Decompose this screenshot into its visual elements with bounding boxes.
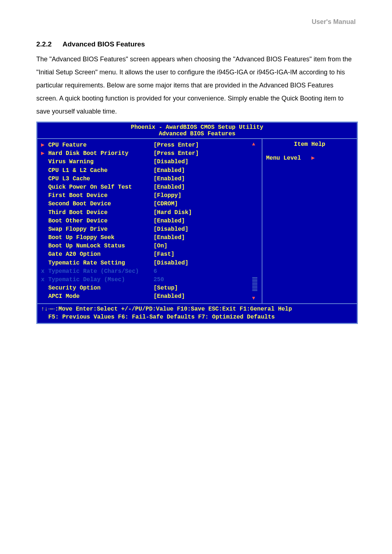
row-label: Hard Disk Boot Priority — [48, 149, 154, 158]
row-marker — [41, 167, 48, 175]
scroll-thumb — [252, 276, 257, 291]
help-level-arrow-icon: ▶ — [311, 155, 315, 161]
bios-row[interactable]: Second Boot Device[CDROM] — [41, 200, 262, 208]
page-header: User's Manual — [36, 18, 356, 26]
section-number: 2.2.2 — [36, 40, 52, 48]
row-label: Typematic Delay (Msec) — [48, 276, 154, 284]
row-value: [Enabled] — [154, 183, 185, 192]
row-value: [Hard Disk] — [154, 209, 192, 217]
row-value: [Disabled] — [154, 259, 188, 267]
bios-help-panel: Item Help Menu Level ▶ — [262, 139, 357, 303]
row-label: Third Boot Device — [48, 209, 154, 217]
bios-row[interactable]: APCI Mode[Enabled] — [41, 292, 262, 301]
help-level-label: Menu Level — [266, 155, 301, 161]
row-label: Typematic Rate Setting — [48, 259, 154, 267]
row-marker: x — [41, 267, 48, 276]
bios-row-disabled: xTypematic Rate (Chars/Sec)6 — [41, 267, 262, 276]
row-label: CPU Feature — [48, 141, 154, 149]
row-label: Typematic Rate (Chars/Sec) — [48, 267, 154, 276]
row-marker: ▶ — [41, 149, 48, 158]
row-label: APCI Mode — [48, 292, 154, 301]
row-value: 250 — [154, 276, 164, 284]
bios-row[interactable]: CPU L3 Cache[Enabled] — [41, 175, 262, 183]
section-heading: 2.2.2Advanced BIOS Features — [36, 40, 356, 48]
row-marker — [41, 250, 48, 259]
row-label: Security Option — [48, 284, 154, 292]
row-value: [CDROM] — [154, 200, 178, 208]
bios-row[interactable]: Security Option[Setup] — [41, 284, 262, 292]
row-value: [Disabled] — [154, 225, 188, 234]
section-title-text: Advanced BIOS Features — [62, 40, 145, 48]
bios-row[interactable]: Typematic Rate Setting[Disabled] — [41, 259, 262, 267]
row-marker — [41, 200, 48, 208]
bios-footer-line2: F5: Previous Values F6: Fail-Safe Defaul… — [41, 313, 353, 321]
help-level-row: Menu Level ▶ — [266, 154, 353, 161]
bios-row[interactable]: Boot Up Floppy Seek[Enabled] — [41, 234, 262, 242]
row-marker: ▶ — [41, 141, 48, 149]
row-label: Gate A20 Option — [48, 250, 154, 259]
row-value: [Enabled] — [154, 234, 185, 242]
bios-row[interactable]: CPU L1 & L2 Cache[Enabled] — [41, 167, 262, 175]
bios-row[interactable]: Quick Power On Self Test[Enabled] — [41, 183, 262, 192]
bios-footer-line1: ↑↓→←:Move Enter:Select +/-/PU/PD:Value F… — [41, 305, 353, 313]
row-marker — [41, 192, 48, 200]
row-label: Boot Up Floppy Seek — [48, 234, 154, 242]
bios-title-bar: Phoenix - AwardBIOS CMOS Setup Utility A… — [37, 123, 357, 139]
bios-screenshot: Phoenix - AwardBIOS CMOS Setup Utility A… — [36, 122, 358, 324]
row-value: [Disabled] — [154, 158, 188, 166]
row-value: [Enabled] — [154, 217, 185, 225]
bios-body: ▲ ▼ ▶CPU Feature[Press Enter] ▶Hard Disk… — [37, 139, 357, 304]
bios-row[interactable]: First Boot Device[Floppy] — [41, 192, 262, 200]
bios-row[interactable]: Third Boot Device[Hard Disk] — [41, 209, 262, 217]
row-value: [Press Enter] — [154, 141, 199, 149]
row-marker — [41, 217, 48, 225]
row-label: Virus Warning — [48, 158, 154, 166]
row-label: Boot Other Device — [48, 217, 154, 225]
row-marker — [41, 259, 48, 267]
row-label: Quick Power On Self Test — [48, 183, 154, 192]
help-title: Item Help — [266, 141, 353, 148]
row-marker — [41, 234, 48, 242]
row-value: [Setup] — [154, 284, 178, 292]
row-marker: x — [41, 276, 48, 284]
scroll-down-icon: ▼ — [252, 295, 255, 301]
bios-settings-panel: ▲ ▼ ▶CPU Feature[Press Enter] ▶Hard Disk… — [37, 139, 262, 303]
row-value: [Press Enter] — [154, 149, 199, 158]
row-label: Second Boot Device — [48, 200, 154, 208]
row-marker — [41, 183, 48, 192]
bios-row[interactable]: ▶CPU Feature[Press Enter] — [41, 141, 262, 149]
row-value: 6 — [154, 267, 157, 276]
row-value: [On] — [154, 242, 167, 250]
bios-row[interactable]: ▶Hard Disk Boot Priority[Press Enter] — [41, 149, 262, 158]
row-label: First Boot Device — [48, 192, 154, 200]
row-value: [Enabled] — [154, 167, 185, 175]
row-marker — [41, 284, 48, 292]
row-marker — [41, 209, 48, 217]
section-body: The "Advanced BIOS Features" screen appe… — [36, 53, 356, 118]
row-label: CPU L3 Cache — [48, 175, 154, 183]
bios-row[interactable]: Virus Warning[Disabled] — [41, 158, 262, 166]
row-value: [Fast] — [154, 250, 175, 259]
bios-row[interactable]: Boot Up NumLock Status[On] — [41, 242, 262, 250]
bios-footer: ↑↓→←:Move Enter:Select +/-/PU/PD:Value F… — [37, 304, 357, 323]
scroll-up-icon: ▲ — [252, 141, 255, 147]
row-marker — [41, 242, 48, 250]
row-label: Swap Floppy Drive — [48, 225, 154, 234]
row-marker — [41, 292, 48, 301]
bios-row[interactable]: Boot Other Device[Enabled] — [41, 217, 262, 225]
bios-title-2: Advanced BIOS Features — [37, 131, 357, 137]
row-label: CPU L1 & L2 Cache — [48, 167, 154, 175]
row-label: Boot Up NumLock Status — [48, 242, 154, 250]
row-value: [Enabled] — [154, 175, 185, 183]
row-value: [Floppy] — [154, 192, 181, 200]
row-marker — [41, 225, 48, 234]
row-marker — [41, 158, 48, 166]
bios-title-1: Phoenix - AwardBIOS CMOS Setup Utility — [37, 124, 357, 131]
page-container: User's Manual 2.2.2Advanced BIOS Feature… — [0, 0, 392, 554]
row-value: [Enabled] — [154, 292, 185, 301]
bios-row[interactable]: Swap Floppy Drive[Disabled] — [41, 225, 262, 234]
bios-row-disabled: xTypematic Delay (Msec)250 — [41, 276, 262, 284]
row-marker — [41, 175, 48, 183]
bios-row[interactable]: Gate A20 Option[Fast] — [41, 250, 262, 259]
